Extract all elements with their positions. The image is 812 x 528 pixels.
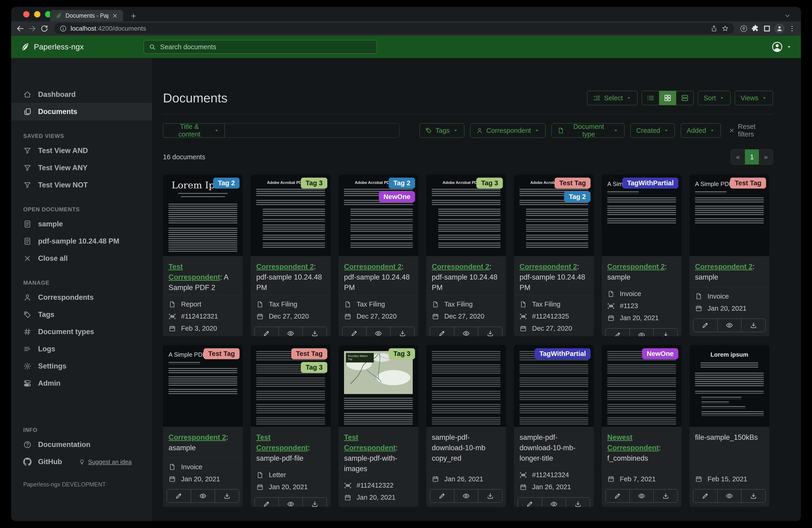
view-button[interactable] xyxy=(454,327,478,336)
sidebar-item-github[interactable]: GitHubSuggest an idea xyxy=(11,453,152,470)
tag-badge[interactable]: Test Tag xyxy=(291,348,327,359)
correspondent-link[interactable]: Correspondent 2 xyxy=(256,262,314,271)
correspondent-link[interactable]: Correspondent 2 xyxy=(607,262,665,271)
sidepanel-icon[interactable] xyxy=(763,24,771,33)
document-title[interactable]: Correspondent 2: pdf-sample 10.24.48 PM xyxy=(338,256,418,295)
sidebar-item-document-types[interactable]: Document types xyxy=(11,323,152,340)
previous-page-button[interactable]: « xyxy=(731,149,745,165)
views-button[interactable]: Views xyxy=(735,91,773,105)
filter-text-input[interactable] xyxy=(225,123,400,138)
sidebar-item-settings[interactable]: Settings xyxy=(11,358,152,375)
document-thumbnail[interactable]: A Simple PDF FileTest Tag xyxy=(690,174,769,256)
tag-badge[interactable]: Tag 3 xyxy=(389,348,415,359)
correspondent-link[interactable]: Correspondent 2 xyxy=(344,262,402,271)
sidebar-item-test-view-any[interactable]: Test View ANY xyxy=(11,159,152,176)
search-input[interactable] xyxy=(160,43,372,51)
edit-button[interactable] xyxy=(606,489,629,502)
document-title[interactable]: Correspondent 2: pdf-sample 10.24.48 PM xyxy=(514,256,594,295)
document-title[interactable]: Correspondent 2: pdf-sample 10.24.48 PM xyxy=(251,256,331,295)
tag-badge[interactable]: Tag 3 xyxy=(301,177,327,188)
bookmark-icon[interactable] xyxy=(722,25,729,32)
document-thumbnail[interactable]: A Simple PDF FileTest Tag xyxy=(163,345,243,427)
sidebar-item-tags[interactable]: Tags xyxy=(11,306,152,323)
browser-profile-avatar[interactable] xyxy=(774,24,785,34)
tag-badge[interactable]: Tag 3 xyxy=(476,177,503,188)
sidebar-item-pdf-sample-10-24-48-pm[interactable]: pdf-sample 10.24.48 PM xyxy=(11,233,152,250)
tab-search-icon[interactable] xyxy=(784,12,791,19)
download-button[interactable] xyxy=(653,329,678,336)
edit-button[interactable] xyxy=(693,319,717,332)
sidebar-item-documentation[interactable]: Documentation xyxy=(11,436,152,453)
share-icon[interactable] xyxy=(710,25,718,32)
sidebar-item-test-view-and[interactable]: Test View AND xyxy=(11,142,152,159)
document-thumbnail[interactable]: TagWithPartial xyxy=(514,345,594,427)
download-button[interactable] xyxy=(303,327,327,336)
tag-badge[interactable]: Tag 3 xyxy=(301,362,327,373)
document-title[interactable]: sample-pdf-download-10-mb-longer-title xyxy=(514,427,594,466)
sidebar-item-admin[interactable]: Admin xyxy=(11,375,152,392)
document-title[interactable]: Test Correspondent: sample-pdf-file xyxy=(251,427,331,466)
filter-correspondent-button[interactable]: Correspondent xyxy=(470,123,546,138)
next-page-button[interactable]: » xyxy=(759,149,773,165)
download-button[interactable] xyxy=(653,489,678,502)
list-view-button[interactable] xyxy=(642,91,659,105)
sort-button[interactable]: Sort xyxy=(698,91,730,105)
grid-view-button[interactable] xyxy=(659,91,676,105)
document-title[interactable]: Test Correspondent: A Sample PDF 2 xyxy=(163,256,243,295)
site-info-icon[interactable] xyxy=(59,25,67,32)
detail-view-button[interactable] xyxy=(676,91,693,105)
document-title[interactable]: sample-pdf-download-10-mb copy_red xyxy=(426,427,506,466)
sidebar-item-logs[interactable]: Logs xyxy=(11,340,152,358)
filter-created-button[interactable]: Created xyxy=(630,123,675,138)
tag-badge[interactable]: NewOne xyxy=(379,191,415,202)
document-thumbnail[interactable]: NewOne xyxy=(602,345,682,427)
app-brand[interactable]: Paperless-ngx xyxy=(20,42,84,52)
document-thumbnail[interactable]: Adobe Acrobat PDF FilesTag 3 xyxy=(426,174,506,256)
download-button[interactable] xyxy=(390,327,414,336)
edit-button[interactable] xyxy=(430,327,454,336)
tag-badge[interactable]: Tag 2 xyxy=(389,177,415,188)
correspondent-link[interactable]: Test Correspondent xyxy=(344,433,395,452)
minimize-window-button[interactable] xyxy=(34,11,40,17)
document-title[interactable]: Correspondent 2: pdf-sample 10.24.48 PM xyxy=(426,256,506,295)
password-manager-icon[interactable] xyxy=(740,24,748,33)
address-bar[interactable]: localhost:4200/documents xyxy=(54,23,734,34)
sidebar-item-correspondents[interactable]: Correspondents xyxy=(11,289,152,306)
download-button[interactable] xyxy=(478,489,502,502)
view-button[interactable] xyxy=(542,498,566,507)
close-window-button[interactable] xyxy=(23,11,29,17)
document-thumbnail[interactable]: Test TagTag 3 xyxy=(251,345,331,427)
browser-menu-icon[interactable] xyxy=(788,24,796,33)
sidebar-item-test-view-not[interactable]: Test View NOT xyxy=(11,176,152,194)
correspondent-link[interactable]: Correspondent 2 xyxy=(695,262,753,271)
document-thumbnail[interactable]: Boundary Waters TripTag 3 xyxy=(338,345,418,427)
sidebar-item-close-all[interactable]: Close all xyxy=(11,250,152,267)
download-button[interactable] xyxy=(741,319,765,332)
view-button[interactable] xyxy=(454,489,478,502)
new-tab-button[interactable] xyxy=(130,13,137,19)
view-button[interactable] xyxy=(191,489,215,502)
view-button[interactable] xyxy=(278,498,303,507)
edit-button[interactable] xyxy=(693,489,717,502)
back-button[interactable] xyxy=(16,24,25,33)
edit-button[interactable] xyxy=(255,327,278,336)
document-thumbnail[interactable]: Lorem IpsumTag 2 xyxy=(163,174,243,256)
tag-badge[interactable]: Test Tag xyxy=(204,348,240,359)
document-title[interactable]: Test Correspondent: sample-pdf-with-imag… xyxy=(338,427,418,476)
tag-badge[interactable]: Tag 2 xyxy=(213,177,240,188)
extensions-icon[interactable] xyxy=(751,24,759,33)
edit-button[interactable] xyxy=(255,498,278,507)
select-button[interactable]: Select xyxy=(587,91,637,105)
correspondent-link[interactable]: Correspondent 2 xyxy=(520,262,577,271)
filter-added-button[interactable]: Added xyxy=(681,123,721,138)
view-button[interactable] xyxy=(366,327,390,336)
tag-badge[interactable]: TagWithPartial xyxy=(535,348,591,359)
reset-filters-button[interactable]: Reset filters xyxy=(729,123,773,138)
document-title[interactable]: Correspondent 2: asample xyxy=(163,427,243,455)
document-thumbnail[interactable]: Adobe Acrobat PDF FilesTest TagTag 2 xyxy=(514,174,594,256)
view-button[interactable] xyxy=(629,489,654,502)
reload-button[interactable] xyxy=(40,24,49,33)
suggest-an-idea-link[interactable]: Suggest an idea xyxy=(79,458,132,466)
view-button[interactable] xyxy=(629,329,654,336)
sidebar-item-dashboard[interactable]: Dashboard xyxy=(11,86,152,103)
